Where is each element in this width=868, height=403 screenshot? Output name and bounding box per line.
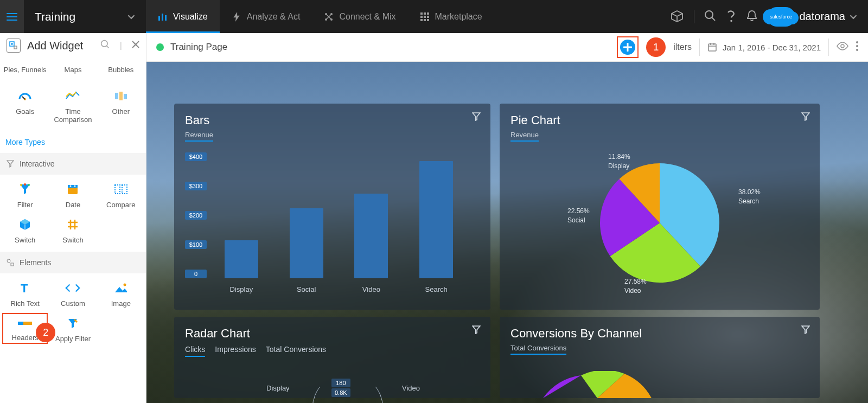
nav-connect[interactable]: Connect & Mix: [312, 0, 407, 33]
svg-point-21: [856, 45, 858, 47]
search-icon[interactable]: [704, 10, 716, 24]
grid-icon: [420, 12, 430, 22]
radar-label-display: Display: [266, 384, 290, 392]
eye-icon[interactable]: [837, 42, 848, 53]
radar-value-top: 180: [331, 379, 350, 387]
calendar-icon: [65, 182, 80, 196]
callout-marker-1: 1: [646, 37, 666, 57]
bolt-icon: [232, 12, 241, 22]
card-subtitle: Revenue: [185, 131, 213, 142]
widget-pie[interactable]: Pie Chart Revenue 11.84%Display38.02%Sea…: [500, 104, 820, 310]
svg-point-39: [7, 259, 10, 263]
add-button-highlight: [617, 36, 639, 58]
widget-conversions[interactable]: Conversions By Channel Total Conversions: [500, 317, 820, 398]
filter-icon: [7, 160, 14, 168]
tab-total-conversions[interactable]: Total Conversions: [266, 345, 326, 357]
nav-marketplace[interactable]: Marketplace: [408, 0, 494, 33]
svg-point-25: [101, 41, 107, 47]
svg-point-35: [70, 185, 72, 187]
tab-impressions[interactable]: Impressions: [215, 345, 256, 357]
pie-label-display: 11.84%Display: [608, 152, 630, 171]
divider: |: [117, 41, 125, 50]
more-types-link[interactable]: More Types: [0, 131, 146, 153]
filter-icon[interactable]: [801, 325, 810, 336]
svg-rect-37: [115, 185, 120, 194]
search-icon[interactable]: [100, 40, 110, 52]
bar-social[interactable]: [290, 208, 323, 278]
widget-custom[interactable]: Custom: [50, 278, 95, 311]
widget-bubbles[interactable]: Bubbles: [98, 62, 144, 77]
tab-clicks[interactable]: Clicks: [185, 345, 205, 357]
date-range-picker[interactable]: Jan 1, 2016 - Dec 31, 2021: [707, 42, 821, 52]
compare-icon: [113, 182, 129, 196]
widget-rich-text[interactable]: T Rich Text: [2, 278, 48, 311]
widget-radar[interactable]: Radar Chart Clicks Impressions Total Con…: [174, 317, 490, 398]
chevron-down-icon[interactable]: [850, 13, 857, 21]
nav-analyze[interactable]: Analyze & Act: [220, 0, 312, 33]
pie-label-search: 38.02%Search: [738, 188, 761, 206]
text-icon: T: [17, 281, 33, 295]
svg-rect-13: [420, 19, 423, 21]
filter-icon[interactable]: [472, 325, 481, 336]
svg-rect-27: [115, 93, 118, 99]
svg-rect-7: [420, 12, 423, 15]
widget-other[interactable]: Other: [98, 86, 144, 127]
close-icon[interactable]: [132, 41, 139, 50]
widget-apply-filter[interactable]: Apply Filter: [50, 313, 95, 346]
svg-point-17: [730, 20, 732, 22]
svg-point-6: [325, 18, 327, 21]
connect-icon: [324, 12, 334, 22]
bell-icon[interactable]: [746, 10, 757, 24]
hamburger-menu[interactable]: [0, 0, 24, 33]
topbar-right: salesforce datorama: [670, 7, 869, 27]
hash-icon: [65, 218, 80, 232]
widget-date[interactable]: Date: [50, 179, 95, 212]
widget-bars[interactable]: Bars Revenue $400$300$200$1000 DisplaySo…: [174, 104, 490, 310]
other-icon: [113, 89, 129, 103]
brand-name: datorama: [800, 10, 846, 23]
filter-icon[interactable]: [472, 112, 481, 123]
workspace-selector[interactable]: Training: [24, 10, 146, 23]
svg-rect-11: [424, 16, 426, 18]
topbar: Training Visualize Analyze & Act Connect…: [0, 0, 868, 33]
bar-video[interactable]: [354, 194, 388, 278]
svg-rect-8: [424, 12, 426, 15]
more-icon[interactable]: [856, 41, 858, 53]
widget-headers[interactable]: Headers: [12, 334, 39, 342]
nav-label: Analyze & Act: [247, 12, 301, 22]
svg-point-42: [123, 284, 126, 286]
x-label: Social: [290, 285, 323, 293]
add-button[interactable]: [620, 40, 635, 55]
svg-rect-44: [18, 322, 23, 325]
widget-compare[interactable]: Compare: [98, 179, 144, 212]
box-icon[interactable]: [670, 10, 684, 24]
svg-rect-28: [119, 92, 123, 100]
nav-visualize[interactable]: Visualize: [146, 0, 220, 33]
card-subtitle: Revenue: [510, 131, 539, 142]
bars-chart: $400$300$200$1000 DisplaySocialVideoSear…: [209, 152, 480, 293]
bar-display[interactable]: [225, 240, 258, 278]
widget-maps[interactable]: Maps: [50, 62, 95, 77]
section-interactive: Interactive: [0, 153, 146, 175]
widget-switch-2[interactable]: Switch: [50, 214, 95, 247]
svg-point-30: [20, 184, 22, 186]
trend-icon: [65, 89, 80, 103]
help-icon[interactable]: [726, 9, 737, 24]
subbar: Training Page 1 ilters Jan 1, 2016 - Dec…: [146, 33, 868, 62]
nav-label: Marketplace: [435, 12, 482, 22]
svg-point-32: [28, 184, 30, 186]
calendar-icon: [707, 42, 717, 52]
widget-goals[interactable]: Goals: [2, 86, 48, 127]
filters-label[interactable]: ilters: [673, 42, 692, 52]
svg-rect-15: [427, 19, 429, 21]
svg-point-5: [330, 13, 333, 15]
pie-chart: 11.84%Display38.02%Search22.56%Social27.…: [510, 147, 809, 299]
code-icon: [65, 281, 80, 295]
filter-icon[interactable]: [801, 112, 810, 123]
widget-image[interactable]: Image: [98, 278, 144, 311]
widget-switch-1[interactable]: Switch: [2, 214, 48, 247]
bar-search[interactable]: [419, 161, 453, 278]
widget-filter[interactable]: Filter: [2, 179, 48, 212]
widget-time-comparison[interactable]: Time Comparison: [50, 86, 95, 127]
widget-pies-funnels[interactable]: Pies, Funnels: [2, 62, 48, 77]
